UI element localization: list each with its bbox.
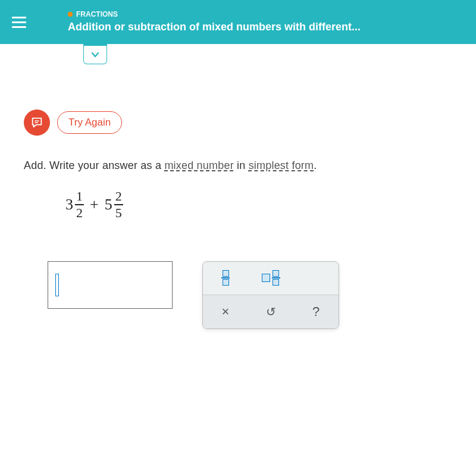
answer-cursor xyxy=(55,274,59,296)
instruction-text: Add. Write your answer as a mixed number… xyxy=(24,159,452,172)
toolbox-row-actions: × ↺ ? xyxy=(203,295,339,328)
header-bar: FRACTIONS Addition or subtraction of mix… xyxy=(0,0,476,44)
operand-2-whole: 5 xyxy=(105,196,112,214)
speech-bubble-icon xyxy=(30,116,43,129)
instruction-middle: in xyxy=(234,159,249,171)
fraction-template-icon xyxy=(221,270,230,286)
operand-2-fraction: 2 5 xyxy=(114,190,123,220)
term-simplest-form[interactable]: simplest form xyxy=(249,159,314,171)
operand-1-denominator: 2 xyxy=(75,206,84,220)
instruction-suffix: . xyxy=(314,159,317,171)
unit-label-text: FRACTIONS xyxy=(76,10,118,20)
feedback-row: Try Again xyxy=(24,109,476,136)
undo-icon: ↺ xyxy=(266,305,276,319)
expand-tab-button[interactable] xyxy=(83,44,107,64)
toolbox-row-templates xyxy=(203,262,339,295)
mixed-number-template-button[interactable] xyxy=(248,262,293,295)
operand-2-numerator: 2 xyxy=(114,190,123,203)
math-expression: 3 1 2 + 5 2 5 xyxy=(65,190,476,220)
mixed-number-template-icon xyxy=(262,270,280,286)
unit-label: FRACTIONS xyxy=(68,10,361,20)
fraction-template-button[interactable] xyxy=(203,262,248,295)
feedback-icon xyxy=(24,109,50,136)
lesson-title: Addition or subtraction of mixed numbers… xyxy=(68,20,361,34)
answer-input[interactable] xyxy=(48,261,173,309)
term-mixed-number[interactable]: mixed number xyxy=(164,159,233,171)
instruction-prefix: Add. Write your answer as a xyxy=(24,159,164,171)
operand-1-whole: 3 xyxy=(65,196,73,214)
operand-2-denominator: 5 xyxy=(114,206,123,220)
help-button[interactable]: ? xyxy=(293,295,339,328)
operator-plus: + xyxy=(90,196,99,214)
math-toolbox: × ↺ ? xyxy=(202,261,339,329)
try-again-badge: Try Again xyxy=(57,111,122,134)
operand-1: 3 1 2 xyxy=(65,190,84,220)
unit-dot-icon xyxy=(68,12,73,17)
operand-1-numerator: 1 xyxy=(75,190,84,203)
header-text: FRACTIONS Addition or subtraction of mix… xyxy=(68,10,361,35)
app-frame: FRACTIONS Addition or subtraction of mix… xyxy=(0,0,476,476)
help-icon: ? xyxy=(312,304,320,320)
undo-button[interactable]: ↺ xyxy=(248,295,293,328)
answer-row: × ↺ ? xyxy=(48,261,476,329)
clear-button[interactable]: × xyxy=(203,295,248,328)
chevron-down-icon xyxy=(90,50,100,60)
operand-1-fraction: 1 2 xyxy=(75,190,84,220)
operand-2: 5 2 5 xyxy=(105,190,123,220)
clear-icon: × xyxy=(222,304,230,320)
menu-icon[interactable] xyxy=(12,17,26,28)
